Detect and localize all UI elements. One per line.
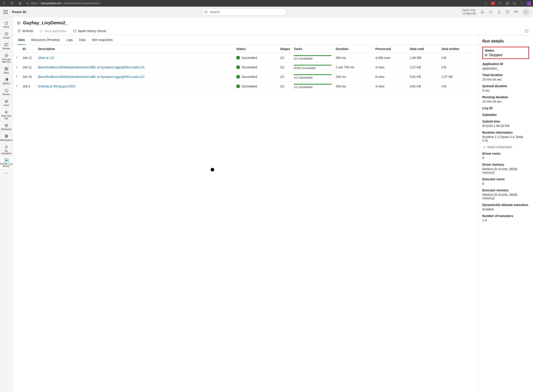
job-dataread: 3.81 KB: [408, 72, 440, 82]
more-icon[interactable]: ⋯: [520, 2, 523, 5]
spark-history-button[interactable]: Spark History Server: [73, 29, 106, 33]
nav-apps[interactable]: Apps: [0, 65, 12, 75]
extension2-icon[interactable]: [499, 2, 502, 5]
refresh-icon[interactable]: [10, 2, 14, 5]
col-datawritten[interactable]: Data written: [440, 45, 478, 53]
col-dataread[interactable]: Data read: [408, 45, 440, 53]
job-dataread: 3.81 KB: [408, 82, 440, 91]
address-bar[interactable]: https://msit.powerbi.com/workloads/de-ds…: [26, 2, 480, 5]
queued-label: Queued duration: [482, 84, 529, 88]
monitor-icon: [4, 88, 9, 93]
svg-point-10: [516, 11, 518, 12]
nav-monitor[interactable]: Monitor: [0, 87, 12, 97]
status-value: Stopped: [485, 53, 527, 57]
settings-icon[interactable]: [489, 10, 493, 14]
svg-rect-19: [5, 69, 6, 70]
svg-point-7: [490, 11, 491, 12]
nexec-value: 1-9: [482, 219, 529, 222]
job-tasks: 50/50 succeeded: [294, 65, 332, 70]
myworkspace-icon: [4, 145, 9, 149]
col-processed[interactable]: Processed: [374, 45, 408, 53]
svg-rect-25: [5, 126, 7, 127]
workloads-icon: [4, 123, 9, 128]
nav-onelake[interactable]: OneLake data hub: [0, 52, 12, 64]
notifications-icon[interactable]: [480, 10, 484, 14]
livy-label: Livy ID: [482, 106, 529, 110]
home-icon[interactable]: [18, 2, 22, 5]
collections-icon[interactable]: [513, 2, 516, 5]
nav-metrics[interactable]: Metrics: [0, 76, 12, 86]
extension1-icon[interactable]: 1: [491, 2, 495, 5]
info-icon[interactable]: [525, 29, 528, 33]
job-processed: 4 rows: [374, 63, 408, 72]
col-status[interactable]: Status: [234, 45, 278, 53]
nav-browse[interactable]: Browse: [0, 41, 12, 51]
help-icon[interactable]: [505, 10, 510, 14]
back-icon[interactable]: [2, 2, 6, 5]
tab-data[interactable]: Data: [79, 35, 86, 45]
nav-learn[interactable]: Learn: [0, 98, 12, 108]
job-description-link[interactable]: toString at String.java:2951: [38, 84, 75, 88]
search-icon: [204, 10, 208, 14]
history-label: Spark History Server: [78, 29, 106, 33]
nav-workloads[interactable]: Workloads: [0, 122, 12, 132]
svg-rect-13: [5, 43, 8, 46]
job-duration: 453 ms: [334, 82, 374, 91]
job-id: Job 10: [21, 72, 36, 82]
nav-home[interactable]: Home: [0, 19, 12, 29]
nav-more[interactable]: ⋯: [4, 171, 9, 175]
svg-rect-30: [5, 159, 7, 161]
tab-logs[interactable]: Logs: [66, 35, 73, 45]
table-row: Job 11$anonfun$recordDeltaOperationInter…: [13, 63, 478, 72]
favorite-icon[interactable]: ☆: [484, 2, 487, 5]
nav-workspaces[interactable]: Workspaces: [0, 133, 12, 143]
refresh-button[interactable]: Refresh: [17, 29, 33, 33]
job-stages: 1/1: [278, 82, 292, 91]
expand-row-icon[interactable]: [15, 75, 18, 78]
download-icon[interactable]: [497, 10, 501, 14]
job-description-link[interactable]: $anonfun$recordDeltaOperationInternal$1 …: [38, 75, 145, 79]
col-stages[interactable]: Stages: [278, 45, 292, 53]
svg-rect-1: [499, 2, 501, 5]
svg-rect-24: [7, 125, 8, 126]
run-details-heading: Run details: [482, 39, 529, 44]
search-input[interactable]: [202, 8, 286, 15]
app-launcher-icon[interactable]: [4, 10, 8, 14]
nav-myworkspace[interactable]: My workspace: [0, 144, 12, 156]
emem-label: Executor memory: [482, 188, 529, 192]
expand-row-icon[interactable]: [15, 56, 18, 59]
svg-point-9: [515, 11, 516, 12]
svg-point-36: [526, 30, 527, 31]
svg-point-16: [6, 55, 7, 56]
col-id[interactable]: ID↑: [21, 45, 36, 53]
tab-snapshots[interactable]: Item snapshots: [91, 35, 113, 45]
job-description-link[interactable]: show at :23: [38, 56, 54, 60]
tab-resources[interactable]: Resources (Preview): [31, 35, 61, 45]
jobs-table: ID↑ Description Status Stages Tasks Dura…: [13, 45, 478, 392]
expand-row-icon[interactable]: [15, 85, 18, 87]
url-prefix: https://: [31, 2, 39, 5]
col-desc[interactable]: Description: [36, 45, 234, 53]
user-avatar[interactable]: [522, 8, 529, 15]
nav-create[interactable]: Create: [0, 30, 12, 40]
total-label: Total duration: [482, 73, 529, 77]
workspace-item-icon: [4, 158, 9, 163]
nav-current-workspace[interactable]: Guyhay_Livy Demo2: [0, 157, 12, 169]
expand-row-icon[interactable]: [15, 66, 18, 68]
col-duration[interactable]: Duration: [334, 45, 374, 53]
nav-realtime[interactable]: Real-Time hub: [0, 109, 12, 121]
copilot-icon[interactable]: [527, 1, 531, 5]
stop-button: Stop application: [39, 29, 67, 33]
job-tasks: 1/1 succeeded: [294, 84, 332, 89]
tab-jobs[interactable]: Jobs: [17, 35, 25, 45]
browse-icon: [4, 42, 9, 47]
svg-rect-4: [513, 2, 515, 5]
col-tasks[interactable]: Tasks: [292, 45, 334, 53]
spark-config-toggle[interactable]: ▶Spark configuration: [484, 145, 529, 149]
feedback-icon[interactable]: [514, 10, 518, 14]
task-progress-bar: [294, 74, 332, 75]
svg-point-5: [205, 11, 207, 13]
job-description-link[interactable]: $anonfun$recordDeltaOperationInternal$1 …: [38, 65, 145, 69]
split-icon[interactable]: [505, 2, 509, 5]
search-box[interactable]: [202, 8, 286, 15]
